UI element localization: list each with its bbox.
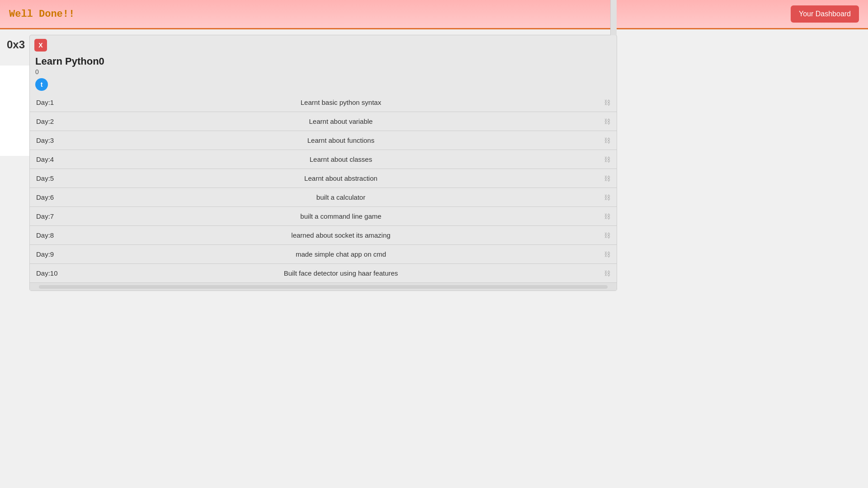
link-cell[interactable]: ⛓: [598, 93, 617, 112]
description-cell: built a calculator: [84, 188, 598, 207]
table-row: Day:2Learnt about variable⛓: [30, 112, 617, 131]
telegram-letter: t: [41, 81, 43, 88]
scrollbar-horizontal[interactable]: [30, 282, 617, 291]
description-cell: Learnt about classes: [84, 150, 598, 169]
table-row: Day:3Learnt about functions⛓: [30, 131, 617, 150]
day-cell: Day:8: [30, 226, 84, 245]
table-row: Day:5Learnt about abstraction⛓: [30, 169, 617, 188]
table-row: Day:6built a calculator⛓: [30, 188, 617, 207]
link-icon[interactable]: ⛓: [604, 137, 610, 144]
table-row: Day:8learned about socket its amazing⛓: [30, 226, 617, 245]
description-cell: Learnt basic python syntax: [84, 93, 598, 112]
description-cell: Learnt about variable: [84, 112, 598, 131]
link-cell[interactable]: ⛓: [598, 245, 617, 264]
link-icon[interactable]: ⛓: [604, 99, 610, 106]
link-cell[interactable]: ⛓: [598, 150, 617, 169]
day-cell: Day:7: [30, 207, 84, 226]
day-cell: Day:1: [30, 93, 84, 112]
scroll-track: [39, 285, 608, 289]
well-done-label: Well Done!!: [9, 9, 75, 20]
description-cell: made simple chat app on cmd: [84, 245, 598, 264]
link-cell[interactable]: ⛓: [598, 188, 617, 207]
day-cell: Day:2: [30, 112, 84, 131]
modal-header: X Learn Python0 0 t: [30, 35, 617, 93]
day-cell: Day:4: [30, 150, 84, 169]
progress-label: 0x3: [7, 38, 25, 51]
link-icon[interactable]: ⛓: [604, 213, 610, 220]
link-cell[interactable]: ⛓: [598, 169, 617, 188]
description-cell: Learnt about abstraction: [84, 169, 598, 188]
telegram-icon[interactable]: t: [35, 78, 48, 91]
day-cell: Day:10: [30, 264, 84, 283]
link-cell[interactable]: ⛓: [598, 264, 617, 283]
table-row: Day:10Built face detector using haar fea…: [30, 264, 617, 283]
link-icon[interactable]: ⛓: [604, 156, 610, 163]
description-cell: Learnt about functions: [84, 131, 598, 150]
scrollbar-vertical[interactable]: [610, 0, 617, 35]
table-row: Day:9made simple chat app on cmd⛓: [30, 245, 617, 264]
day-cell: Day:6: [30, 188, 84, 207]
table-row: Day:4Learnt about classes⛓: [30, 150, 617, 169]
table-row: Day:1Learnt basic python syntax⛓: [30, 93, 617, 112]
day-cell: Day:3: [30, 131, 84, 150]
day-cell: Day:5: [30, 169, 84, 188]
link-icon[interactable]: ⛓: [604, 232, 610, 239]
main-content: 0x3 X Learn Python0 0 t Day:1Learnt basi…: [0, 29, 868, 488]
data-table: Day:1Learnt basic python syntax⛓Day:2Lea…: [30, 93, 617, 282]
link-icon[interactable]: ⛓: [604, 251, 610, 258]
table-row: Day:7built a command line game⛓: [30, 207, 617, 226]
modal-panel: X Learn Python0 0 t Day:1Learnt basic py…: [29, 35, 617, 291]
dashboard-button[interactable]: Your Dashboard: [791, 5, 859, 23]
sidebar-partial: [0, 66, 31, 156]
description-cell: Built face detector using haar features: [84, 264, 598, 283]
link-cell[interactable]: ⛓: [598, 131, 617, 150]
link-icon[interactable]: ⛓: [604, 270, 610, 277]
project-title: Learn Python0: [35, 56, 611, 67]
description-cell: learned about socket its amazing: [84, 226, 598, 245]
link-icon[interactable]: ⛓: [604, 118, 610, 125]
day-cell: Day:9: [30, 245, 84, 264]
link-icon[interactable]: ⛓: [604, 194, 610, 201]
link-icon[interactable]: ⛓: [604, 175, 610, 182]
description-cell: built a command line game: [84, 207, 598, 226]
project-count: 0: [35, 68, 611, 75]
link-cell[interactable]: ⛓: [598, 207, 617, 226]
close-button[interactable]: X: [34, 39, 47, 52]
link-cell[interactable]: ⛓: [598, 226, 617, 245]
header-bar: Well Done!! Your Dashboard: [0, 0, 868, 29]
link-cell[interactable]: ⛓: [598, 112, 617, 131]
